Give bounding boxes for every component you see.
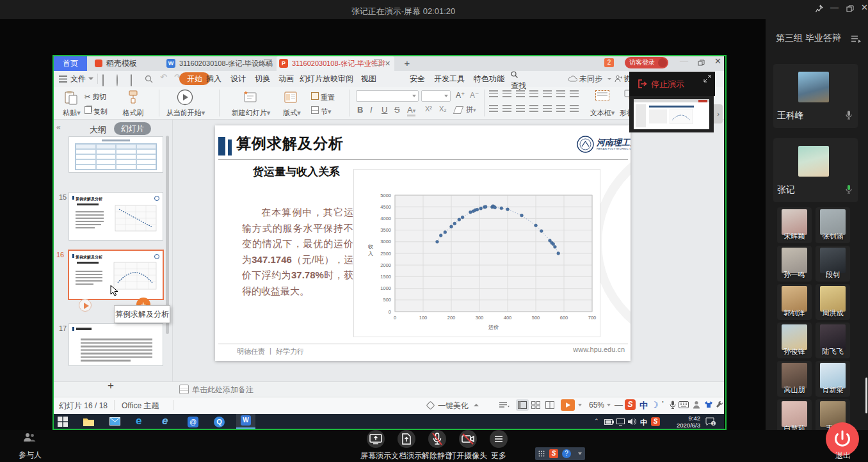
font-size-select[interactable]: [421, 90, 451, 102]
participant-tile-small[interactable]: 孙一鸣: [777, 246, 812, 282]
tray-expand-icon[interactable]: ⌃: [594, 418, 599, 424]
start-button[interactable]: [58, 417, 68, 427]
participant-list-icon[interactable]: [851, 35, 862, 43]
wps-close-button[interactable]: ✕: [714, 56, 721, 66]
participants-icon[interactable]: [23, 433, 36, 442]
increase-font-button[interactable]: A⁺: [456, 91, 465, 100]
ime-mic-icon[interactable]: [670, 401, 676, 410]
paragraph-format-icon[interactable]: [489, 90, 498, 97]
menu-tab-10[interactable]: 特色功能: [474, 71, 504, 87]
notes-bar[interactable]: [54, 381, 724, 397]
menu-tab-2[interactable]: 设计: [230, 71, 246, 87]
paragraph-format-icon[interactable]: [516, 105, 525, 112]
paragraph-format-icon[interactable]: [556, 105, 565, 112]
notes-toggle-icon[interactable]: [499, 402, 510, 409]
participant-tile-large[interactable]: 张记: [773, 138, 858, 202]
wps-restore-button[interactable]: [698, 60, 705, 67]
mic-icon[interactable]: [845, 184, 853, 195]
font-name-caret[interactable]: [412, 95, 416, 97]
copy-button[interactable]: 复制: [84, 106, 108, 116]
ime-skin-icon[interactable]: [704, 401, 713, 408]
mail-icon[interactable]: [109, 417, 120, 426]
tab-home[interactable]: 首页: [54, 56, 87, 71]
tray-volume-icon[interactable]: [628, 418, 636, 426]
cut-button[interactable]: ✂ 剪切: [84, 92, 106, 102]
paragraph-format-icon[interactable]: [543, 105, 552, 112]
tab-presentation-active[interactable]: P 311602030108-张记-毕业答辩 ✕: [277, 56, 394, 71]
ime-chinese-mode-icon[interactable]: 中: [639, 400, 648, 411]
paragraph-format-icon[interactable]: [543, 90, 552, 97]
paragraph-format-icon[interactable]: [529, 105, 538, 112]
menu-tab-8[interactable]: 安全: [410, 71, 425, 87]
paragraph-format-icon[interactable]: [516, 90, 525, 97]
format-painter-icon[interactable]: [127, 90, 140, 104]
statusbar-theme[interactable]: Office 主题: [122, 401, 159, 411]
edge-icon[interactable]: e: [136, 415, 141, 427]
chart-container[interactable]: 0500100015002000250030003500400045005000…: [353, 169, 600, 337]
menu-tab-1[interactable]: 插入: [206, 71, 221, 87]
wps-taskbar-icon-active[interactable]: W: [236, 414, 255, 429]
play-from-current-button[interactable]: 从当前开始▾: [160, 108, 211, 118]
font-color-button[interactable]: A▾: [407, 105, 415, 116]
font-size-caret[interactable]: [444, 95, 448, 97]
expand-icon[interactable]: [703, 75, 711, 83]
cloud-sync-icon[interactable]: [568, 76, 577, 82]
sogou-s-icon[interactable]: S: [549, 449, 558, 458]
action-center-icon[interactable]: 1: [705, 417, 716, 426]
menu-tab-4[interactable]: 动画: [278, 71, 294, 87]
paste-icon[interactable]: [64, 90, 78, 106]
view-normal-button-active[interactable]: [516, 399, 529, 411]
thumb-play-button[interactable]: [79, 299, 92, 312]
slide-thumbnail-table[interactable]: [68, 136, 163, 173]
slide-canvas[interactable]: 算例求解及分析 河南理工大学 HENAN POLYTECHNIC UNIVERS…: [215, 125, 631, 361]
font-name-select[interactable]: [356, 90, 419, 102]
q-app-icon[interactable]: Q: [214, 417, 225, 427]
slide-thumbnail-17[interactable]: [68, 323, 163, 366]
paragraph-format-icon[interactable]: [570, 105, 579, 112]
sogou-logo-icon[interactable]: S: [625, 399, 636, 410]
mic-icon[interactable]: [845, 110, 853, 120]
layout-icon[interactable]: [284, 91, 297, 104]
ie-icon[interactable]: e: [162, 415, 168, 427]
participant-tile-small[interactable]: 张钊涵: [816, 207, 850, 243]
at-app-icon[interactable]: @: [188, 417, 198, 427]
panel-collapse-icon[interactable]: «: [56, 123, 61, 132]
close-button[interactable]: ✕: [861, 3, 868, 12]
paragraph-format-icon[interactable]: [556, 90, 565, 97]
more-button[interactable]: [490, 430, 508, 448]
sync-caret[interactable]: [607, 78, 611, 80]
view-reading-button[interactable]: [545, 401, 554, 409]
participants-label[interactable]: 参与人: [14, 450, 46, 461]
collab-person-icon[interactable]: [615, 75, 622, 83]
participant-tile-small[interactable]: 孙俊锋: [777, 323, 812, 358]
window-count-badge[interactable]: 2: [604, 58, 614, 67]
text-box-icon[interactable]: [595, 90, 609, 100]
ime-wrench-icon[interactable]: [716, 401, 723, 408]
play-from-current-icon[interactable]: [177, 89, 193, 106]
beautify-icon[interactable]: [426, 401, 435, 410]
tab-outline[interactable]: 大纲: [90, 124, 106, 136]
bold-button[interactable]: B: [357, 105, 363, 115]
italic-button[interactable]: I: [370, 105, 373, 115]
ime-punctuation-icon[interactable]: ’: [662, 399, 664, 409]
paragraph-format-icon[interactable]: [529, 90, 538, 97]
text-box-button[interactable]: 文本框▾: [588, 108, 617, 118]
tab-docer[interactable]: 稻壳模板: [90, 56, 161, 71]
sync-status[interactable]: 未同步: [579, 71, 602, 87]
menu-tab-7[interactable]: 视图: [361, 71, 376, 87]
ime-person-icon[interactable]: [693, 401, 700, 409]
comment-bubble-icon[interactable]: [374, 59, 382, 66]
file-explorer-icon[interactable]: [83, 417, 94, 426]
participant-tile-small[interactable]: 周洪成: [816, 284, 850, 320]
participant-tile-small[interactable]: 宋晖颖: [777, 207, 812, 243]
tray-display-icon[interactable]: [616, 418, 625, 426]
new-slide-button[interactable]: 新建幻灯片▾: [225, 108, 277, 118]
tray-sogou-icon[interactable]: S: [651, 417, 660, 426]
new-slide-icon[interactable]: [242, 90, 257, 104]
share-preview-thumbnail[interactable]: [634, 99, 709, 129]
slideshow-button[interactable]: [561, 399, 575, 411]
paragraph-format-icon[interactable]: [570, 90, 579, 97]
paste-button[interactable]: 粘贴▾: [59, 108, 84, 118]
menu-tab-9[interactable]: 开发工具: [434, 71, 465, 87]
subscript-button[interactable]: X₂: [439, 105, 447, 113]
